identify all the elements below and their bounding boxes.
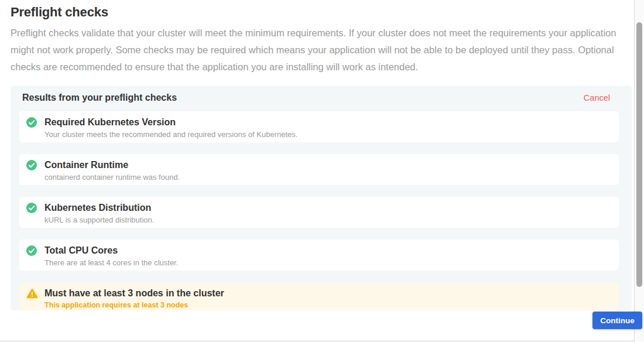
success-check-icon	[26, 203, 38, 213]
check-card-list: Required Kubernetes Version Your cluster…	[11, 103, 632, 310]
check-message: This application requires at least 3 nod…	[44, 301, 224, 310]
panel-header: Results from your preflight checks Cance…	[11, 86, 632, 103]
page-description: Preflight checks validate that your clus…	[11, 25, 625, 76]
preflight-check-card: Kubernetes Distribution kURL is a suppor…	[19, 197, 619, 228]
check-title: Must have at least 3 nodes in the cluste…	[44, 288, 224, 299]
continue-button[interactable]: Continue	[592, 312, 642, 329]
check-title: Required Kubernetes Version	[44, 117, 297, 128]
check-message: containerd container runtime was found.	[44, 173, 180, 182]
check-title: Total CPU Cores	[44, 245, 178, 256]
success-check-icon	[26, 245, 38, 256]
check-message: kURL is a supported distribution.	[44, 216, 154, 224]
preflight-results-panel: Results from your preflight checks Cance…	[11, 86, 632, 310]
check-text: Must have at least 3 nodes in the cluste…	[44, 288, 224, 310]
check-text: Kubernetes Distribution kURL is a suppor…	[44, 202, 154, 224]
check-title: Kubernetes Distribution	[44, 202, 154, 213]
preflight-check-card-warning: Must have at least 3 nodes in the cluste…	[19, 282, 619, 310]
page-title: Preflight checks	[11, 5, 108, 20]
preflight-check-card: Total CPU Cores There are at least 4 cor…	[19, 240, 619, 271]
preflight-checks-screen: Preflight checks Preflight checks valida…	[0, 0, 644, 342]
check-text: Total CPU Cores There are at least 4 cor…	[44, 245, 178, 267]
preflight-check-card: Required Kubernetes Version Your cluster…	[19, 111, 619, 142]
check-title: Container Runtime	[44, 159, 180, 170]
cancel-link[interactable]: Cancel	[584, 93, 610, 102]
check-message: Your cluster meets the recommended and r…	[44, 130, 297, 139]
scrollbar-track[interactable]	[635, 0, 644, 342]
success-check-icon	[26, 160, 38, 170]
success-check-icon	[26, 117, 38, 128]
preflight-check-card: Container Runtime containerd container r…	[19, 154, 619, 185]
warning-triangle-icon	[26, 288, 38, 299]
panel-heading: Results from your preflight checks	[22, 93, 177, 103]
scrollbar-thumb[interactable]	[636, 22, 642, 287]
check-text: Container Runtime containerd container r…	[44, 159, 180, 182]
check-text: Required Kubernetes Version Your cluster…	[44, 117, 297, 139]
check-message: There are at least 4 cores in the cluste…	[44, 258, 178, 267]
